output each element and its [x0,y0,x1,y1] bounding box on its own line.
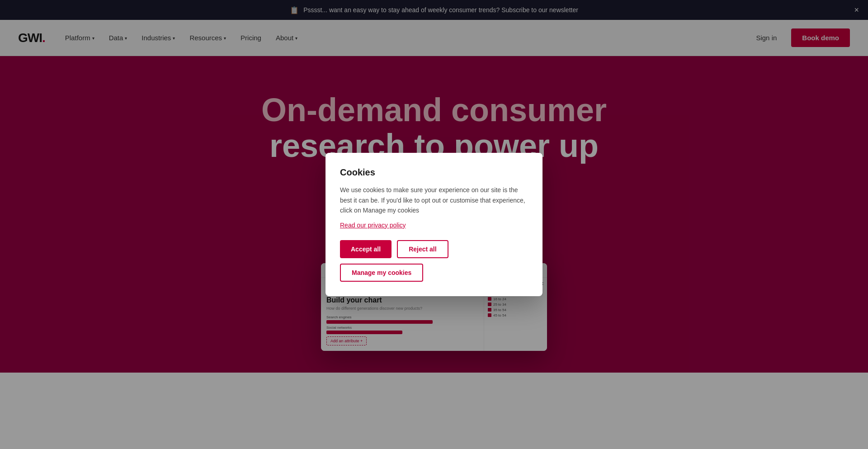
reject-all-button[interactable]: Reject all [397,240,448,258]
cookie-body: We use cookies to make sure your experie… [340,185,528,215]
accept-all-button[interactable]: Accept all [340,240,392,258]
cookie-modal: Cookies We use cookies to make sure your… [326,153,542,296]
privacy-link[interactable]: Read our privacy policy [340,222,406,229]
cookie-title: Cookies [340,167,528,178]
manage-cookies-button[interactable]: Manage my cookies [340,264,423,282]
cookie-buttons: Accept all Reject all Manage my cookies [340,240,528,282]
cookie-overlay: Cookies We use cookies to make sure your… [0,0,868,373]
